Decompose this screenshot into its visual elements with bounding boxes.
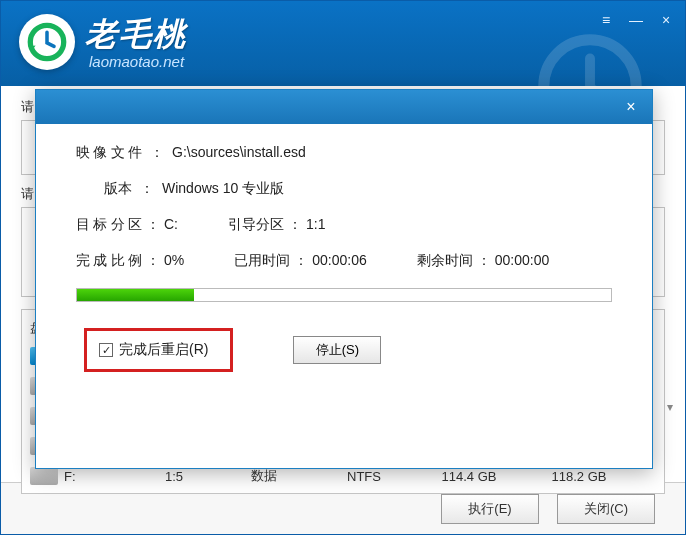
progress-fill <box>77 289 194 301</box>
logo-icon <box>19 14 75 70</box>
scroll-down-icon[interactable]: ▾ <box>667 400 681 414</box>
image-file-row: 映像文件 ： G:\sources\install.esd <box>76 144 612 162</box>
execute-button[interactable]: 执行(E) <box>441 494 539 524</box>
progress-bar <box>76 288 612 302</box>
dialog-close-button[interactable]: × <box>620 96 642 118</box>
progress-value: 0% <box>164 252 184 270</box>
close-button[interactable]: × <box>655 9 677 31</box>
boot-label: 引导分区 <box>228 216 284 234</box>
disk-icon <box>30 467 58 485</box>
elapsed-label: 已用时间 <box>234 252 290 270</box>
cell-fs: NTFS <box>314 469 414 484</box>
elapsed-value: 00:00:06 <box>312 252 367 270</box>
target-value: C: <box>164 216 178 234</box>
close-app-button[interactable]: 关闭(C) <box>557 494 655 524</box>
brand-url: laomaotao.net <box>89 53 187 70</box>
version-row: 版本 ： Windows 10 专业版 <box>76 180 612 198</box>
brand-name: 老毛桃 <box>85 13 187 57</box>
cell-type: 数据 <box>214 467 314 485</box>
app-header: 老毛桃 laomaotao.net ≡ — × <box>1 1 685 86</box>
image-file-value: G:\sources\install.esd <box>172 144 306 162</box>
dialog-body: 映像文件 ： G:\sources\install.esd 版本 ： Windo… <box>36 124 652 388</box>
install-progress-dialog: × 映像文件 ： G:\sources\install.esd 版本 ： Win… <box>35 89 653 469</box>
main-window: 老毛桃 laomaotao.net ≡ — × 请 请 盘 <box>0 0 686 535</box>
brand-text: 老毛桃 laomaotao.net <box>85 13 187 70</box>
boot-value: 1:1 <box>306 216 325 234</box>
version-value: Windows 10 专业版 <box>162 180 284 198</box>
time-row: 完成比例 ： 0% 已用时间 ： 00:00:06 剩余时间 ： 00:00:0… <box>76 252 612 270</box>
minimize-button[interactable]: — <box>625 9 647 31</box>
remain-label: 剩余时间 <box>417 252 473 270</box>
progress-label: 完成比例 <box>76 252 142 270</box>
cell-index: 1:5 <box>134 469 214 484</box>
stop-button[interactable]: 停止(S) <box>293 336 381 364</box>
menu-button[interactable]: ≡ <box>595 9 617 31</box>
target-label: 目标分区 <box>76 216 142 234</box>
restart-checkbox-highlight: ✓ 完成后重启(R) <box>84 328 233 372</box>
restart-checkbox[interactable]: ✓ <box>99 343 113 357</box>
partition-row: 目标分区 ： C: 引导分区 ： 1:1 <box>76 216 612 234</box>
dialog-titlebar: × <box>36 90 652 124</box>
remain-value: 00:00:00 <box>495 252 550 270</box>
cell-free: 118.2 GB <box>524 469 634 484</box>
cell-total: 114.4 GB <box>414 469 524 484</box>
version-label: 版本 <box>104 180 132 198</box>
cell-drive: F: <box>64 469 134 484</box>
dialog-actions: ✓ 完成后重启(R) 停止(S) <box>76 328 612 372</box>
image-file-label: 映像文件 <box>76 144 142 162</box>
restart-label: 完成后重启(R) <box>119 341 208 359</box>
logo: 老毛桃 laomaotao.net <box>19 13 187 70</box>
window-controls: ≡ — × <box>595 9 677 31</box>
